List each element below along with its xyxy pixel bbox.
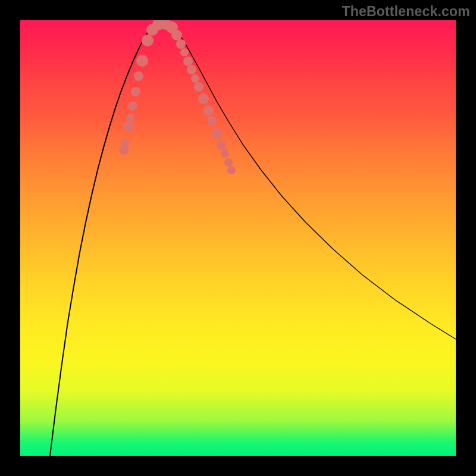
- left-curve: [50, 22, 160, 456]
- data-dot: [142, 35, 154, 46]
- data-dot: [191, 74, 199, 83]
- data-dot: [227, 166, 236, 174]
- data-dot: [198, 93, 209, 104]
- data-dot: [203, 105, 214, 116]
- data-dot: [121, 139, 129, 147]
- chart-svg: [20, 20, 456, 456]
- data-dot: [194, 82, 203, 92]
- data-dot: [171, 30, 182, 40]
- plot-area: [20, 20, 456, 456]
- data-dot: [128, 101, 137, 111]
- data-dot: [217, 140, 226, 150]
- data-dot: [123, 121, 134, 131]
- data-dot: [180, 48, 189, 57]
- chart-frame: TheBottleneck.com: [0, 0, 476, 476]
- data-dot: [207, 116, 217, 126]
- right-curve: [166, 22, 456, 339]
- watermark-text: TheBottleneck.com: [342, 4, 470, 20]
- data-dot: [187, 65, 196, 74]
- data-dot: [131, 87, 140, 96]
- data-dot: [211, 128, 222, 139]
- data-dot: [126, 114, 134, 122]
- data-dot: [224, 158, 233, 167]
- data-dot: [221, 149, 229, 158]
- data-dot: [176, 39, 186, 49]
- data-dot: [134, 71, 143, 81]
- data-dot: [136, 55, 148, 67]
- data-dot: [183, 57, 193, 66]
